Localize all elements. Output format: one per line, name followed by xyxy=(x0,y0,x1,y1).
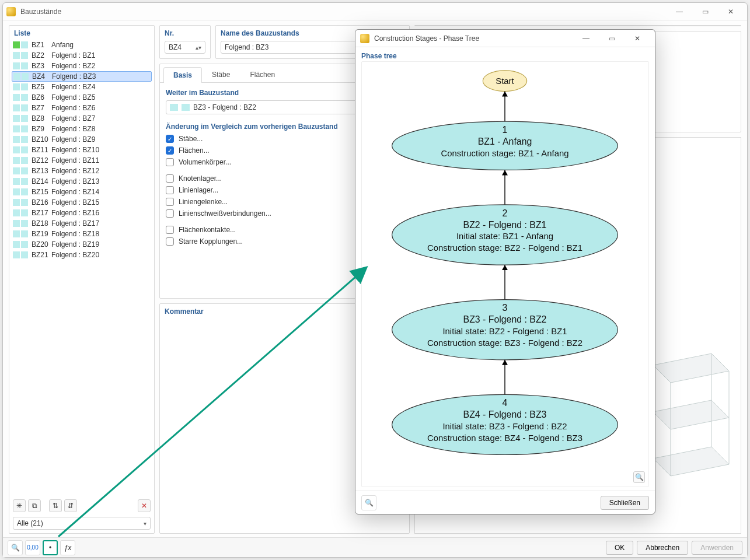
svg-text:BZ4 - Folgend : BZ3: BZ4 - Folgend : BZ3 xyxy=(463,410,547,419)
ok-button[interactable]: OK xyxy=(606,541,633,555)
chevron-down-icon: ▾ xyxy=(144,520,146,527)
info-icon-button[interactable]: 🔍 xyxy=(8,540,23,555)
copy-button[interactable]: ⧉ xyxy=(28,499,41,512)
checkbox-label: Knotenlager... xyxy=(179,174,222,183)
checkbox-icon xyxy=(166,158,174,166)
maximize-button[interactable]: ▭ xyxy=(692,4,718,20)
svg-text:Initial state: BZ2 - Folgend :: Initial state: BZ2 - Folgend : BZ1 xyxy=(442,327,567,336)
formula-button[interactable]: ƒx xyxy=(60,540,75,555)
svg-text:BZ1 - Anfang: BZ1 - Anfang xyxy=(478,136,532,146)
list-item[interactable]: BZ8Folgend : BZ7 xyxy=(12,113,152,124)
checkbox-icon xyxy=(166,237,174,246)
window-title: Bauzustände xyxy=(20,8,667,16)
list-item[interactable]: BZ3Folgend : BZ2 xyxy=(12,61,152,71)
list-item[interactable]: BZ17Folgend : BZ16 xyxy=(12,208,152,218)
svg-text:Start: Start xyxy=(496,76,514,86)
list-item[interactable]: BZ7Folgend : BZ6 xyxy=(12,103,152,113)
phase-tree-label: Phase tree xyxy=(361,51,649,61)
list-item[interactable]: BZ5Folgend : BZ4 xyxy=(12,82,152,92)
svg-text:Construction stage: BZ2 - Folg: Construction stage: BZ2 - Folgend : BZ1 xyxy=(427,243,582,253)
minimize-button[interactable]: — xyxy=(667,4,692,20)
list-item[interactable]: BZ19Folgend : BZ18 xyxy=(12,229,152,239)
checkbox-label: Flächen... xyxy=(179,146,210,155)
checkbox-label: Linienschweißverbindungen... xyxy=(179,209,271,218)
checkbox-label: Starre Kopplungen... xyxy=(179,237,243,246)
svg-text:4: 4 xyxy=(503,398,508,408)
checkbox-label: Liniengelenke... xyxy=(179,198,228,206)
dialog-titlebar: Construction Stages - Phase Tree — ▭ ✕ xyxy=(355,30,655,47)
list-item[interactable]: BZ6Folgend : BZ5 xyxy=(12,92,152,103)
list-item[interactable]: BZ12Folgend : BZ11 xyxy=(12,155,152,166)
tab-basis[interactable]: Basis xyxy=(163,67,202,83)
svg-text:Construction stage: BZ4 - Folg: Construction stage: BZ4 - Folgend : BZ3 xyxy=(427,433,582,443)
dialog-maximize-button[interactable]: ▭ xyxy=(599,30,625,47)
nr-title: Nr. xyxy=(160,26,210,40)
svg-marker-0 xyxy=(653,354,729,383)
dialog-close-ok-button[interactable]: Schließen xyxy=(601,496,649,510)
footer: 🔍 0,00 • ƒx OK Abbrechen Anwenden xyxy=(3,537,747,557)
list-item[interactable]: BZ9Folgend : BZ8 xyxy=(12,124,152,134)
dialog-minimize-button[interactable]: — xyxy=(573,30,599,47)
stepper-icon: ▴▾ xyxy=(196,44,201,51)
checkbox-label: Linienlager... xyxy=(179,186,218,194)
checkbox-label: Volumenkörper... xyxy=(179,158,231,166)
model-preview-icon xyxy=(641,330,735,482)
list-item[interactable]: BZ2Folgend : BZ1 xyxy=(12,50,152,61)
stages-list[interactable]: BZ1AnfangBZ2Folgend : BZ1BZ3Folgend : BZ… xyxy=(9,40,154,496)
checkbox-label: Stäbe... xyxy=(179,135,203,143)
svg-marker-2 xyxy=(653,447,729,476)
list-item[interactable]: BZ20Folgend : BZ19 xyxy=(12,239,152,250)
help-icon-button[interactable]: 🔍 xyxy=(361,495,376,510)
list-item[interactable]: BZ16Folgend : BZ15 xyxy=(12,197,152,208)
svg-text:Construction stage: BZ1 - Anfa: Construction stage: BZ1 - Anfang xyxy=(441,149,569,158)
list-item[interactable]: BZ10Folgend : BZ9 xyxy=(12,134,152,145)
checkbox-icon: ✓ xyxy=(166,135,174,143)
filter-dropdown[interactable]: Alle (21) ▾ xyxy=(13,517,151,530)
checkbox-icon xyxy=(166,174,174,183)
svg-text:Construction stage: BZ3 - Folg: Construction stage: BZ3 - Folgend : BZ2 xyxy=(427,338,582,348)
nr-field[interactable]: BZ4 ▴▾ xyxy=(165,41,205,54)
list-item[interactable]: BZ4Folgend : BZ3 xyxy=(12,71,152,82)
list-item[interactable]: BZ1Anfang xyxy=(12,40,152,50)
checkbox-icon: ✓ xyxy=(166,146,174,155)
list-item[interactable]: BZ21Folgend : BZ20 xyxy=(12,250,152,260)
delete-button[interactable]: ✕ xyxy=(138,499,151,512)
apply-button[interactable]: Anwenden xyxy=(692,541,742,555)
tab-flächen[interactable]: Flächen xyxy=(240,66,285,82)
tab-stäbe[interactable]: Stäbe xyxy=(202,66,240,82)
checkbox-icon xyxy=(166,186,174,194)
cancel-button[interactable]: Abbrechen xyxy=(637,541,688,555)
checkbox-label: Flächenkontakte... xyxy=(179,226,236,234)
svg-text:Initial state: BZ1 - Anfang: Initial state: BZ1 - Anfang xyxy=(456,232,553,241)
list-title: Liste xyxy=(9,26,154,40)
filter-value: Alle (21) xyxy=(17,519,43,527)
dialog-footer: 🔍 Schließen xyxy=(355,491,655,514)
list-item[interactable]: BZ11Folgend : BZ10 xyxy=(12,145,152,155)
svg-text:Initial state: BZ3 - Folgend :: Initial state: BZ3 - Folgend : BZ2 xyxy=(442,422,567,431)
list-panel: Liste BZ1AnfangBZ2Folgend : BZ1BZ3Folgen… xyxy=(9,25,155,534)
dialog-title: Construction Stages - Phase Tree xyxy=(374,34,573,43)
svg-text:BZ3 - Folgend : BZ2: BZ3 - Folgend : BZ2 xyxy=(463,314,547,324)
phase-tree-svg: Start1BZ1 - AnfangConstruction stage: BZ… xyxy=(362,62,648,487)
sort-asc-button[interactable]: ⇅ xyxy=(49,499,62,512)
phase-tree-button[interactable]: • xyxy=(43,540,58,555)
phase-tree-canvas[interactable]: Start1BZ1 - AnfangConstruction stage: BZ… xyxy=(361,61,649,487)
list-item[interactable]: BZ14Folgend : BZ13 xyxy=(12,176,152,187)
new-button[interactable]: ✳ xyxy=(13,499,26,512)
units-button[interactable]: 0,00 xyxy=(25,540,40,555)
list-item[interactable]: BZ15Folgend : BZ14 xyxy=(12,187,152,197)
list-item[interactable]: BZ13Folgend : BZ12 xyxy=(12,166,152,176)
sort-desc-button[interactable]: ⇵ xyxy=(64,499,77,512)
nr-value: BZ4 xyxy=(169,43,182,51)
svg-text:1: 1 xyxy=(503,125,508,135)
list-item[interactable]: BZ18Folgend : BZ17 xyxy=(12,218,152,229)
main-titlebar: Bauzustände — ▭ ✕ xyxy=(3,3,747,20)
nr-panel: Nr. BZ4 ▴▾ xyxy=(159,25,211,59)
app-icon xyxy=(6,7,16,16)
calc-panel: Zu berechnen xyxy=(414,25,741,26)
phase-tree-dialog: Construction Stages - Phase Tree — ▭ ✕ P… xyxy=(355,29,655,514)
dialog-close-button[interactable]: ✕ xyxy=(625,30,650,47)
zoom-reset-icon[interactable]: 🔍 xyxy=(633,471,645,483)
close-button[interactable]: ✕ xyxy=(718,4,744,20)
list-toolbar: ✳ ⧉ ⇅ ⇵ ✕ xyxy=(9,496,154,514)
